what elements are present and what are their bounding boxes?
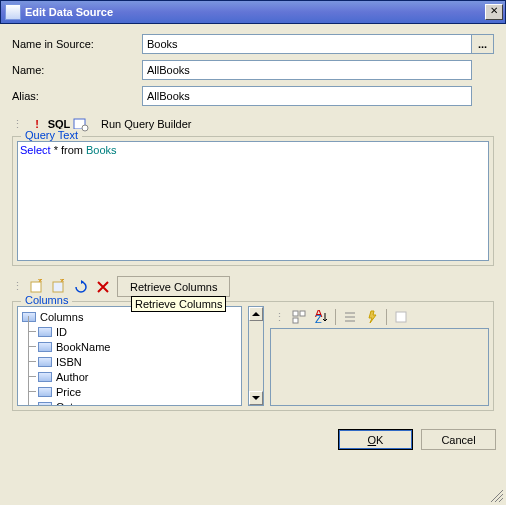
svg-point-1 xyxy=(82,125,88,131)
alias-label: Alias: xyxy=(12,90,142,102)
scroll-up-button[interactable] xyxy=(249,307,263,321)
tree-item[interactable]: BookName xyxy=(20,339,239,354)
categorized-icon[interactable] xyxy=(291,309,307,325)
refresh-icon[interactable] xyxy=(73,279,89,295)
columns-tree[interactable]: Columns IDBookNameISBNAuthorPriceCategor… xyxy=(17,306,242,406)
tree-item-label: Price xyxy=(56,386,81,398)
name-in-source-input[interactable] xyxy=(142,34,472,54)
tree-item-label: ISBN xyxy=(56,356,82,368)
resize-grip-icon[interactable] xyxy=(490,489,504,503)
toolbar-handle-icon: ⋮ xyxy=(12,280,21,293)
svg-rect-11 xyxy=(396,312,406,322)
columns-group: Columns Columns IDBookNameISBNAuthorPric… xyxy=(12,301,494,411)
name-in-source-label: Name in Source: xyxy=(12,38,142,50)
tree-item[interactable]: Category xyxy=(20,399,239,406)
action-icon[interactable] xyxy=(364,309,380,325)
alias-input[interactable] xyxy=(142,86,472,106)
svg-rect-8 xyxy=(293,318,298,323)
column-icon xyxy=(38,372,52,382)
tree-item[interactable]: Author xyxy=(20,369,239,384)
cancel-button[interactable]: Cancel xyxy=(421,429,496,450)
properties-toolbar: ⋮ AZ xyxy=(270,306,489,328)
svg-text:*: * xyxy=(38,279,43,288)
close-button[interactable]: ✕ xyxy=(485,4,503,20)
tree-scrollbar[interactable] xyxy=(248,306,264,406)
svg-rect-6 xyxy=(293,311,298,316)
sort-az-icon[interactable]: AZ xyxy=(313,309,329,325)
folder-icon xyxy=(22,312,36,322)
svg-rect-7 xyxy=(300,311,305,316)
tree-item[interactable]: ID xyxy=(20,324,239,339)
add-column-icon[interactable]: * xyxy=(29,279,45,295)
query-text-legend: Query Text xyxy=(21,129,82,141)
tree-item-label: Category xyxy=(56,401,101,407)
name-label: Name: xyxy=(12,64,142,76)
column-icon xyxy=(38,342,52,352)
tree-item-label: ID xyxy=(56,326,67,338)
query-text-group: Query Text Select * from Books xyxy=(12,136,494,266)
retrieve-columns-button[interactable]: Retrieve Columns xyxy=(117,276,230,297)
app-icon xyxy=(5,4,21,20)
column-icon xyxy=(38,357,52,367)
delete-icon[interactable] xyxy=(95,279,111,295)
ok-button[interactable]: OK xyxy=(338,429,413,450)
column-icon xyxy=(38,387,52,397)
toolbar-handle-icon: ⋮ xyxy=(12,118,21,131)
tree-item-label: Author xyxy=(56,371,88,383)
svg-text:Z: Z xyxy=(315,313,322,324)
properties-panel xyxy=(270,328,489,406)
retrieve-columns-tooltip: Retrieve Columns xyxy=(131,296,226,312)
scroll-down-button[interactable] xyxy=(249,391,263,405)
columns-toolbar: ⋮ * * Retrieve Columns xyxy=(12,276,494,297)
svg-text:*: * xyxy=(60,279,65,288)
dialog-button-bar: OK Cancel xyxy=(0,419,506,450)
tree-item[interactable]: ISBN xyxy=(20,354,239,369)
tree-item[interactable]: Price xyxy=(20,384,239,399)
column-icon xyxy=(38,402,52,407)
add-calc-icon[interactable]: * xyxy=(51,279,67,295)
run-query-builder-link[interactable]: Run Query Builder xyxy=(101,118,192,130)
list-icon[interactable] xyxy=(342,309,358,325)
column-icon xyxy=(38,327,52,337)
page-icon[interactable] xyxy=(393,309,409,325)
query-text-input[interactable]: Select * from Books xyxy=(17,141,489,261)
name-input[interactable] xyxy=(142,60,472,80)
browse-source-button[interactable]: ... xyxy=(472,34,494,54)
tree-item-label: BookName xyxy=(56,341,110,353)
toolbar-handle-icon: ⋮ xyxy=(274,311,283,324)
columns-legend: Columns xyxy=(21,294,72,306)
window-title: Edit Data Source xyxy=(25,6,485,18)
title-bar: Edit Data Source ✕ xyxy=(0,0,506,24)
query-toolbar: ⋮ ! SQL Run Query Builder xyxy=(12,116,494,132)
